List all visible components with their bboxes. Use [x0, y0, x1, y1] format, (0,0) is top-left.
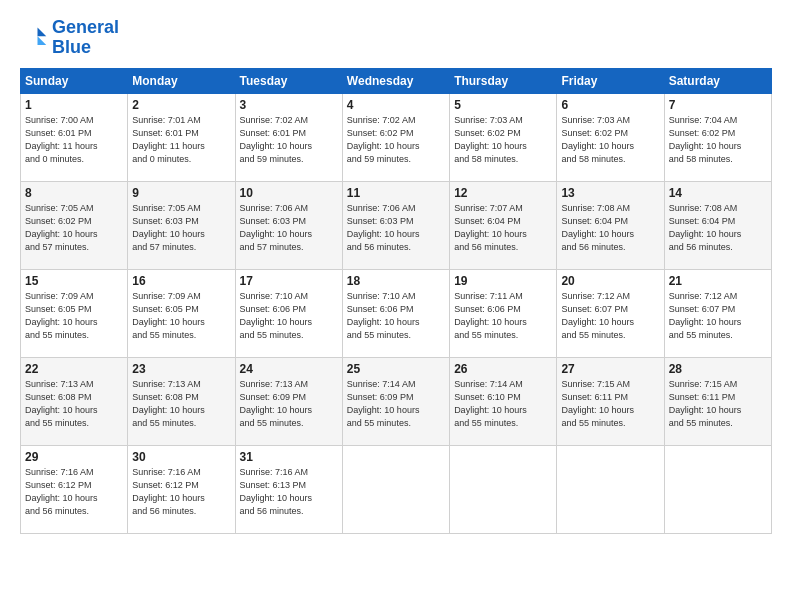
- day-number: 3: [240, 98, 338, 112]
- calendar-cell: 25Sunrise: 7:14 AM Sunset: 6:09 PM Dayli…: [342, 357, 449, 445]
- calendar-cell: 18Sunrise: 7:10 AM Sunset: 6:06 PM Dayli…: [342, 269, 449, 357]
- calendar-cell: 21Sunrise: 7:12 AM Sunset: 6:07 PM Dayli…: [664, 269, 771, 357]
- day-number: 2: [132, 98, 230, 112]
- day-number: 26: [454, 362, 552, 376]
- calendar-cell: 16Sunrise: 7:09 AM Sunset: 6:05 PM Dayli…: [128, 269, 235, 357]
- calendar-cell: 31Sunrise: 7:16 AM Sunset: 6:13 PM Dayli…: [235, 445, 342, 533]
- calendar-week-row: 22Sunrise: 7:13 AM Sunset: 6:08 PM Dayli…: [21, 357, 772, 445]
- calendar-cell: 17Sunrise: 7:10 AM Sunset: 6:06 PM Dayli…: [235, 269, 342, 357]
- day-info: Sunrise: 7:16 AM Sunset: 6:13 PM Dayligh…: [240, 466, 338, 518]
- calendar-cell: 26Sunrise: 7:14 AM Sunset: 6:10 PM Dayli…: [450, 357, 557, 445]
- calendar-cell: 13Sunrise: 7:08 AM Sunset: 6:04 PM Dayli…: [557, 181, 664, 269]
- day-info: Sunrise: 7:03 AM Sunset: 6:02 PM Dayligh…: [454, 114, 552, 166]
- day-info: Sunrise: 7:11 AM Sunset: 6:06 PM Dayligh…: [454, 290, 552, 342]
- calendar-cell: 30Sunrise: 7:16 AM Sunset: 6:12 PM Dayli…: [128, 445, 235, 533]
- day-info: Sunrise: 7:09 AM Sunset: 6:05 PM Dayligh…: [25, 290, 123, 342]
- calendar-week-row: 8Sunrise: 7:05 AM Sunset: 6:02 PM Daylig…: [21, 181, 772, 269]
- calendar-header-cell: Thursday: [450, 68, 557, 93]
- calendar-header-cell: Sunday: [21, 68, 128, 93]
- calendar-cell: 28Sunrise: 7:15 AM Sunset: 6:11 PM Dayli…: [664, 357, 771, 445]
- day-number: 16: [132, 274, 230, 288]
- day-info: Sunrise: 7:06 AM Sunset: 6:03 PM Dayligh…: [347, 202, 445, 254]
- day-number: 13: [561, 186, 659, 200]
- day-number: 9: [132, 186, 230, 200]
- calendar-cell: 23Sunrise: 7:13 AM Sunset: 6:08 PM Dayli…: [128, 357, 235, 445]
- day-number: 10: [240, 186, 338, 200]
- logo-text: General Blue: [52, 18, 119, 58]
- day-number: 15: [25, 274, 123, 288]
- calendar: SundayMondayTuesdayWednesdayThursdayFrid…: [20, 68, 772, 534]
- day-number: 29: [25, 450, 123, 464]
- calendar-cell: 14Sunrise: 7:08 AM Sunset: 6:04 PM Dayli…: [664, 181, 771, 269]
- svg-marker-0: [38, 27, 47, 36]
- calendar-week-row: 1Sunrise: 7:00 AM Sunset: 6:01 PM Daylig…: [21, 93, 772, 181]
- day-number: 22: [25, 362, 123, 376]
- calendar-cell: 19Sunrise: 7:11 AM Sunset: 6:06 PM Dayli…: [450, 269, 557, 357]
- day-number: 11: [347, 186, 445, 200]
- calendar-cell: 22Sunrise: 7:13 AM Sunset: 6:08 PM Dayli…: [21, 357, 128, 445]
- calendar-cell: 7Sunrise: 7:04 AM Sunset: 6:02 PM Daylig…: [664, 93, 771, 181]
- day-number: 20: [561, 274, 659, 288]
- day-number: 7: [669, 98, 767, 112]
- day-number: 6: [561, 98, 659, 112]
- day-info: Sunrise: 7:14 AM Sunset: 6:09 PM Dayligh…: [347, 378, 445, 430]
- day-info: Sunrise: 7:14 AM Sunset: 6:10 PM Dayligh…: [454, 378, 552, 430]
- day-info: Sunrise: 7:07 AM Sunset: 6:04 PM Dayligh…: [454, 202, 552, 254]
- svg-marker-1: [38, 36, 47, 45]
- day-number: 21: [669, 274, 767, 288]
- day-info: Sunrise: 7:03 AM Sunset: 6:02 PM Dayligh…: [561, 114, 659, 166]
- day-info: Sunrise: 7:12 AM Sunset: 6:07 PM Dayligh…: [561, 290, 659, 342]
- day-info: Sunrise: 7:10 AM Sunset: 6:06 PM Dayligh…: [347, 290, 445, 342]
- day-number: 18: [347, 274, 445, 288]
- day-info: Sunrise: 7:12 AM Sunset: 6:07 PM Dayligh…: [669, 290, 767, 342]
- calendar-cell: 10Sunrise: 7:06 AM Sunset: 6:03 PM Dayli…: [235, 181, 342, 269]
- header: General Blue: [20, 18, 772, 58]
- calendar-cell: 11Sunrise: 7:06 AM Sunset: 6:03 PM Dayli…: [342, 181, 449, 269]
- day-number: 30: [132, 450, 230, 464]
- day-number: 12: [454, 186, 552, 200]
- day-info: Sunrise: 7:01 AM Sunset: 6:01 PM Dayligh…: [132, 114, 230, 166]
- day-info: Sunrise: 7:05 AM Sunset: 6:02 PM Dayligh…: [25, 202, 123, 254]
- day-number: 5: [454, 98, 552, 112]
- calendar-header-cell: Saturday: [664, 68, 771, 93]
- day-info: Sunrise: 7:13 AM Sunset: 6:08 PM Dayligh…: [132, 378, 230, 430]
- day-info: Sunrise: 7:08 AM Sunset: 6:04 PM Dayligh…: [561, 202, 659, 254]
- day-info: Sunrise: 7:04 AM Sunset: 6:02 PM Dayligh…: [669, 114, 767, 166]
- day-info: Sunrise: 7:10 AM Sunset: 6:06 PM Dayligh…: [240, 290, 338, 342]
- calendar-cell: 3Sunrise: 7:02 AM Sunset: 6:01 PM Daylig…: [235, 93, 342, 181]
- calendar-cell: 5Sunrise: 7:03 AM Sunset: 6:02 PM Daylig…: [450, 93, 557, 181]
- logo: General Blue: [20, 18, 119, 58]
- calendar-cell: 12Sunrise: 7:07 AM Sunset: 6:04 PM Dayli…: [450, 181, 557, 269]
- calendar-header-cell: Tuesday: [235, 68, 342, 93]
- calendar-cell: 24Sunrise: 7:13 AM Sunset: 6:09 PM Dayli…: [235, 357, 342, 445]
- day-number: 1: [25, 98, 123, 112]
- calendar-cell: 2Sunrise: 7:01 AM Sunset: 6:01 PM Daylig…: [128, 93, 235, 181]
- day-info: Sunrise: 7:16 AM Sunset: 6:12 PM Dayligh…: [132, 466, 230, 518]
- calendar-cell: 29Sunrise: 7:16 AM Sunset: 6:12 PM Dayli…: [21, 445, 128, 533]
- day-info: Sunrise: 7:00 AM Sunset: 6:01 PM Dayligh…: [25, 114, 123, 166]
- day-number: 24: [240, 362, 338, 376]
- calendar-body: 1Sunrise: 7:00 AM Sunset: 6:01 PM Daylig…: [21, 93, 772, 533]
- calendar-cell: 6Sunrise: 7:03 AM Sunset: 6:02 PM Daylig…: [557, 93, 664, 181]
- page: General Blue SundayMondayTuesdayWednesda…: [0, 0, 792, 612]
- calendar-header-row: SundayMondayTuesdayWednesdayThursdayFrid…: [21, 68, 772, 93]
- day-number: 28: [669, 362, 767, 376]
- calendar-cell: 15Sunrise: 7:09 AM Sunset: 6:05 PM Dayli…: [21, 269, 128, 357]
- day-info: Sunrise: 7:02 AM Sunset: 6:01 PM Dayligh…: [240, 114, 338, 166]
- calendar-week-row: 15Sunrise: 7:09 AM Sunset: 6:05 PM Dayli…: [21, 269, 772, 357]
- calendar-cell: 1Sunrise: 7:00 AM Sunset: 6:01 PM Daylig…: [21, 93, 128, 181]
- calendar-cell: [557, 445, 664, 533]
- calendar-week-row: 29Sunrise: 7:16 AM Sunset: 6:12 PM Dayli…: [21, 445, 772, 533]
- day-info: Sunrise: 7:02 AM Sunset: 6:02 PM Dayligh…: [347, 114, 445, 166]
- calendar-header-cell: Friday: [557, 68, 664, 93]
- day-number: 23: [132, 362, 230, 376]
- day-info: Sunrise: 7:05 AM Sunset: 6:03 PM Dayligh…: [132, 202, 230, 254]
- calendar-cell: 27Sunrise: 7:15 AM Sunset: 6:11 PM Dayli…: [557, 357, 664, 445]
- day-info: Sunrise: 7:09 AM Sunset: 6:05 PM Dayligh…: [132, 290, 230, 342]
- calendar-cell: 9Sunrise: 7:05 AM Sunset: 6:03 PM Daylig…: [128, 181, 235, 269]
- calendar-cell: 4Sunrise: 7:02 AM Sunset: 6:02 PM Daylig…: [342, 93, 449, 181]
- calendar-cell: [342, 445, 449, 533]
- calendar-cell: [664, 445, 771, 533]
- day-number: 17: [240, 274, 338, 288]
- day-number: 4: [347, 98, 445, 112]
